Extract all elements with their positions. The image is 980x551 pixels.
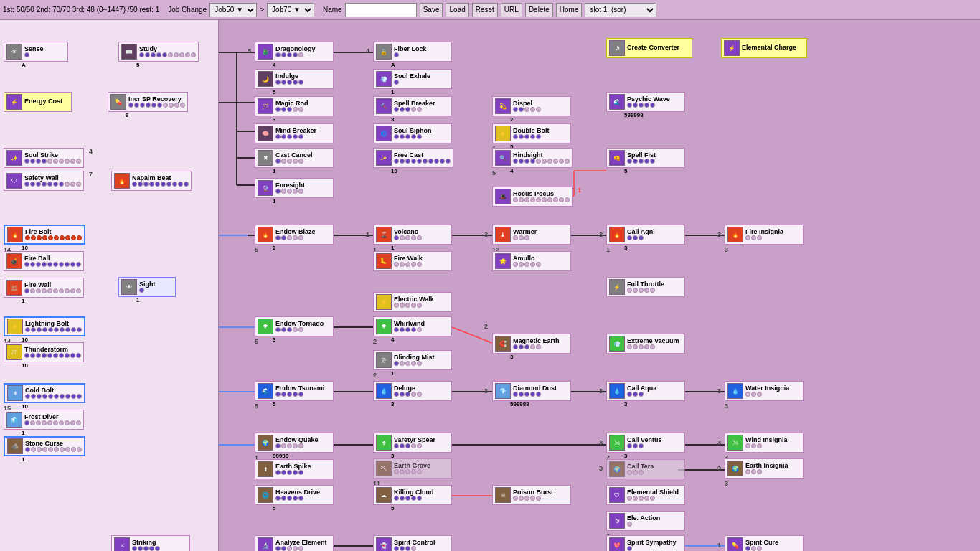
skill-psychic-wave[interactable]: 🌊 Psychic Wave 599998 <box>606 92 685 118</box>
skill-water-insignia[interactable]: 💧 Water Insignia 3 <box>725 381 804 401</box>
skill-elemental-shield[interactable]: 🛡 Elemental Shield <box>606 485 685 505</box>
skill-free-cast[interactable]: ✨ Free Cast 10 <box>373 148 453 174</box>
elementalcharge-name: Elemental Charge <box>742 44 796 52</box>
skill-dragonology[interactable]: 🐉 Dragonology 4 <box>255 42 334 68</box>
lightningbolt-name: Lightning Bolt <box>25 321 82 328</box>
skill-amullo[interactable]: 🌟 Amullo <box>492 251 571 271</box>
skill-frost-diver[interactable]: 🧊 Frost Diver 1 <box>4 410 84 436</box>
skill-heavens-drive[interactable]: 🌐 Heavens Drive 5 <box>255 485 334 512</box>
skill-poison-burst[interactable]: ☠ Poison Burst <box>492 485 571 505</box>
load-button[interactable]: Load <box>446 3 468 17</box>
skill-spell-fist[interactable]: 👊 Spell Fist 5 <box>606 148 685 174</box>
sense-dots <box>24 52 44 57</box>
skill-ele-action[interactable]: ⚙ Ele. Action 3 <box>606 511 685 531</box>
skill-whirlwind[interactable]: 🌪 Whirlwind 4 2 <box>373 316 452 343</box>
earthspike-name: Earth Spike <box>275 463 311 471</box>
skill-extreme-vacuum[interactable]: 💨 Extreme Vacuum <box>606 334 685 354</box>
skill-varetyr-spear[interactable]: 🗡 Varetyr Spear 3 <box>373 433 452 459</box>
skill-hocus-pocus[interactable]: 🎩 Hocus Pocus 1 <box>492 187 573 207</box>
skill-safety-wall[interactable]: 🛡 Safety Wall 7 <box>4 171 84 191</box>
skill-soul-exhale[interactable]: 💨 Soul Exhale 1 <box>373 69 452 95</box>
skill-earth-grave[interactable]: ⛏ Earth Grave 11 <box>373 458 452 479</box>
job-from-select[interactable]: Job50 ▼ <box>209 3 257 17</box>
delete-button[interactable]: Delete <box>525 3 553 17</box>
skill-indulge[interactable]: 🌙 Indulge 5 <box>255 69 334 95</box>
skill-hindsight[interactable]: 🔍 Hindsight 4 5 <box>492 148 573 174</box>
skill-soul-strike[interactable]: ✨ Soul Strike 4 <box>4 148 84 168</box>
skill-fire-ball[interactable]: 💣 Fire Ball <box>4 251 84 271</box>
skill-cast-cancel[interactable]: ✖ Cast Cancel 1 <box>255 148 334 174</box>
skill-endow-blaze[interactable]: 🔥 Endow Blaze 2 5 <box>255 225 334 251</box>
job-to-select[interactable]: Job70 ▼ <box>267 3 314 17</box>
earthgrave-icon: ⛏ <box>376 461 392 476</box>
skill-spirit-control[interactable]: 👻 Spirit Control 3 <box>373 535 452 551</box>
skill-fire-walk[interactable]: 🦶 Fire Walk <box>373 251 452 271</box>
spellfist-icon: 👊 <box>609 150 625 166</box>
endowblaze-name: Endow Blaze <box>275 229 316 236</box>
skill-wind-insignia[interactable]: 🌬 Wind Insignia 3 <box>725 433 804 453</box>
skill-analyze-element[interactable]: 🔬 Analyze Element 2 <box>255 535 334 551</box>
skill-thunderstorm[interactable]: ⛈ Thunderstorm 10 <box>4 342 84 369</box>
skill-volcano[interactable]: 🌋 Volcano 1 1 <box>373 225 452 251</box>
elementalcharge-icon: ⚡ <box>724 40 740 56</box>
save-button[interactable]: Save <box>420 3 443 17</box>
skill-killing-cloud[interactable]: ☁ Killing Cloud 5 <box>373 485 452 512</box>
skill-deluge[interactable]: 💧 Deluge 3 <box>373 381 452 408</box>
skill-warmer[interactable]: 🌡 Warmer 12 <box>492 225 571 245</box>
skill-call-ventus[interactable]: 🌬 Call Ventus 3 7 <box>606 433 685 459</box>
skill-create-converter[interactable]: ⚙ Create Converter <box>606 38 692 58</box>
skill-sight[interactable]: 👁 Sight 1 <box>118 277 176 303</box>
skill-fire-wall[interactable]: 🧱 Fire Wall 1 <box>4 278 84 304</box>
req-label: 3 <box>484 231 488 238</box>
skill-sense[interactable]: 👁 Sense A <box>4 42 68 68</box>
req-label: 3 <box>717 387 721 395</box>
slot-select[interactable]: slot 1: (sor) <box>585 3 656 17</box>
url-button[interactable]: URL <box>501 3 522 17</box>
skill-foresight[interactable]: 🔮 Foresight 1 <box>255 178 334 204</box>
elementalshield-icon: 🛡 <box>609 487 625 503</box>
skill-double-bolt[interactable]: ⚡ Double Bolt 5 1 <box>492 123 571 150</box>
home-button[interactable]: Home <box>556 3 583 17</box>
poisonburst-icon: ☠ <box>495 487 511 503</box>
skill-energy-cost[interactable]: ⚡ Energy Cost <box>4 92 72 112</box>
skill-lightning-bolt[interactable]: ⚡ Lightning Bolt 10 14 <box>4 316 85 343</box>
skill-endow-quake[interactable]: 🌍 Endow Quake 99998 1 <box>255 433 334 459</box>
skill-spirit-sympathy[interactable]: 💖 Spirit Sympathy 1 3 <box>606 535 685 551</box>
skill-diamond-dust[interactable]: 💎 Diamond Dust 599988 <box>492 381 571 408</box>
skill-fire-bolt[interactable]: 🔥 Fire Bolt 10 14 <box>4 225 85 251</box>
skill-electric-walk[interactable]: ⚡ Electric Walk <box>373 292 452 312</box>
skill-call-aqua[interactable]: 💧 Call Aqua 3 <box>606 381 685 408</box>
skill-fiber-lock[interactable]: 🔒 Fiber Lock A <box>373 42 452 68</box>
skill-striking[interactable]: ⚔ Striking 5 <box>111 535 190 551</box>
diamonddust-name: Diamond Dust <box>513 385 557 392</box>
skill-incr-sp[interactable]: 💊 Incr SP Recovery 6 <box>108 92 188 118</box>
stonecurse-icon: 🪨 <box>7 438 23 454</box>
skill-soul-siphon[interactable]: 🌀 Soul Siphon <box>373 123 452 143</box>
extremevacuum-name: Extreme Vacuum <box>627 338 679 345</box>
skill-magic-rod[interactable]: 🪄 Magic Rod 3 <box>255 96 334 123</box>
name-input[interactable] <box>345 3 417 17</box>
skill-dispel[interactable]: 💫 Dispel 2 <box>492 96 571 123</box>
skill-call-agni[interactable]: 🔥 Call Agni 3 1 <box>606 225 685 251</box>
skill-full-throttle[interactable]: ⚡ Full Throttle <box>606 277 685 297</box>
dispel-name: Dispel <box>513 100 541 108</box>
skill-stone-curse[interactable]: 🪨 Stone Curse 1 <box>4 436 85 463</box>
skill-earth-spike[interactable]: ⬆ Earth Spike <box>255 459 334 479</box>
skill-fire-insignia[interactable]: 🔥 Fire Insignia 3 <box>725 225 804 245</box>
skill-endow-tornado[interactable]: 🌪 Endow Tornado 3 5 <box>255 316 334 343</box>
skill-elemental-charge[interactable]: ⚡ Elemental Charge <box>721 38 807 58</box>
skill-call-tera[interactable]: 🌍 Call Tera <box>606 459 685 479</box>
dragonology-icon: 🐉 <box>258 44 273 60</box>
soulstrike-icon: ✨ <box>6 150 22 166</box>
skill-spell-breaker[interactable]: 🔨 Spell Breaker 3 <box>373 96 452 123</box>
skill-mind-breaker[interactable]: 🧠 Mind Breaker <box>255 123 334 143</box>
skill-endow-tsunami[interactable]: 🌊 Endow Tsunami 5 5 <box>255 381 334 408</box>
skill-cold-bolt[interactable]: ❄ Cold Bolt 10 15 <box>4 383 85 410</box>
skill-napalm-beat[interactable]: 🔥 Napalm Beat <box>111 171 192 191</box>
skill-earth-insignia[interactable]: 🌍 Earth Insignia 3 <box>725 458 804 479</box>
skill-magnetic-earth[interactable]: 🧲 Magnetic Earth 3 <box>492 334 571 360</box>
skill-blinding-mist[interactable]: 🌫 Blinding Mist 1 2 <box>373 350 452 377</box>
skill-study[interactable]: 📖 Study 5 <box>118 42 199 68</box>
reset-button[interactable]: Reset <box>472 3 498 17</box>
skill-spirit-cure[interactable]: 💊 Spirit Cure 1 <box>725 535 804 551</box>
